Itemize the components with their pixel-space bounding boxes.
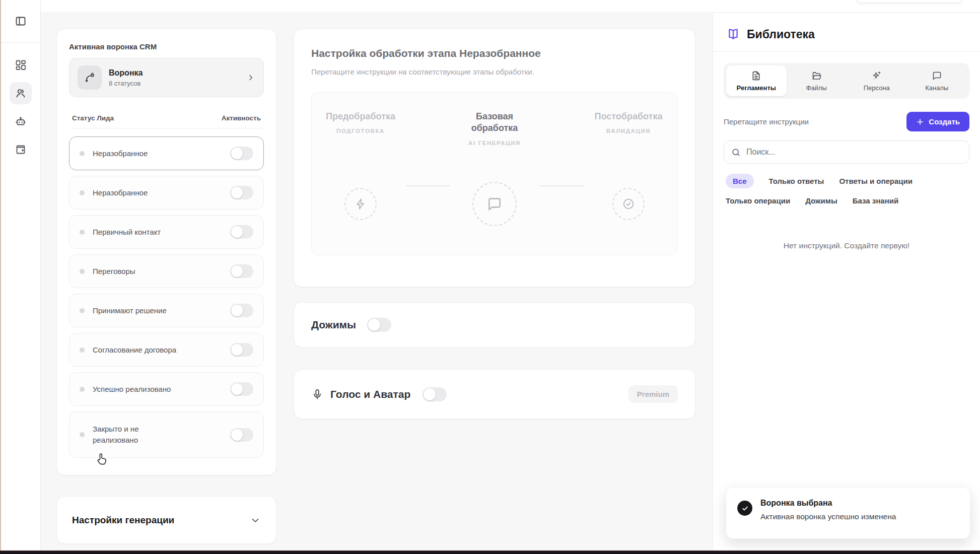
stage-dropzone[interactable] [344,188,377,220]
sidebar-item-bot[interactable] [10,110,32,132]
stage-title: Постобработка [595,111,663,122]
status-row-first-contact[interactable]: Первичный контакт [69,215,264,249]
users-icon [15,87,27,99]
library-actions-row: Перетащите инструкции Создать [724,112,969,131]
premium-badge: Premium [628,385,678,403]
active-funnel-panel: Активная воронка CRM Воронка 8 статусов … [56,29,276,475]
status-table-header: Статус Лида Активность [69,114,264,128]
search-icon [731,148,741,157]
status-row-negotiations[interactable]: Переговоры [69,254,264,288]
followups-card: Дожимы [294,302,695,348]
library-filters: Все Только ответы Ответы и операции Толь… [724,174,969,205]
stage-pipeline: Предобработка ПОДГОТОВКА Базовая обработ… [311,92,678,255]
tab-label: Каналы [925,84,948,92]
status-row-closed-lost[interactable]: Закрыто и не реализовано [69,411,264,458]
tab-reglaments[interactable]: Регламенты [726,65,787,96]
funnel-name: Воронка [109,68,143,78]
sidebar-item-contacts[interactable] [10,82,32,104]
stage-dropzone[interactable] [612,188,645,220]
library-header: Библиотека [713,13,980,52]
status-dot-icon [80,308,85,313]
stage-postprocessing: Постобработка ВАЛИДАЦИЯ [580,111,677,255]
funnel-selector[interactable]: Воронка 8 статусов [69,58,264,97]
toast-text: Воронка выбрана Активная воронка успешно… [760,499,896,527]
create-button[interactable]: Создать [906,112,969,131]
status-toggle[interactable] [230,304,253,317]
status-label: Переговоры [93,266,135,277]
status-row-unsorted-1[interactable]: Неразобранное [69,136,264,170]
check-icon [737,501,752,516]
status-row-contract-approval[interactable]: Согласование договора [69,333,264,367]
app-sidebar [1,0,41,550]
library-panel: Библиотека Регламенты Файлы Персона [713,13,980,550]
drag-hint-label: Перетащите инструкции [724,117,809,126]
status-row-deciding[interactable]: Принимают решение [69,294,264,327]
library-search[interactable] [724,141,969,164]
stage-preprocessing: Предобработка ПОДГОТОВКА [312,111,409,255]
status-dot-icon [80,151,85,156]
stage-editor-title: Настройка обработки этапа Неразобранное [311,47,678,59]
status-dot-icon [80,230,85,235]
sparkles-icon [871,71,882,81]
status-dot-icon [80,190,85,195]
library-tabs: Регламенты Файлы Персона Каналы [724,63,969,99]
filter-answers-operations[interactable]: Ответы и операции [839,177,913,185]
plus-icon [916,118,924,126]
voice-avatar-title: Голос и Аватар [330,388,410,400]
zap-icon [354,197,367,211]
generation-settings-card[interactable]: Настройки генерации [56,496,276,544]
stage-dropzone[interactable] [472,182,517,226]
chat-bubble-icon [486,195,503,213]
search-input[interactable] [746,148,962,157]
stage-editor-subtitle: Перетащите инструкции на соответствующие… [311,67,678,76]
filter-operations-only[interactable]: Только операции [726,196,790,205]
sidebar-collapse-button[interactable] [10,10,32,32]
status-label: Принимают решение [93,305,167,316]
status-label: Успешно реализовано [93,384,171,395]
bot-icon [15,115,27,127]
status-row-unsorted-2[interactable]: Неразобранное [69,176,264,210]
followups-toggle[interactable] [367,318,391,332]
create-button-label: Создать [929,117,960,126]
tab-label: Регламенты [737,84,776,92]
sidebar-item-dashboard[interactable] [10,54,32,76]
panel-left-icon [15,15,27,27]
tab-files[interactable]: Файлы [787,65,847,96]
status-toggle[interactable] [230,343,253,357]
book-open-icon [726,27,740,41]
status-row-won[interactable]: Успешно реализовано [69,372,264,406]
tab-channels[interactable]: Каналы [907,65,967,96]
stage-connector [406,185,450,186]
status-dot-icon [80,348,85,353]
filter-all[interactable]: Все [726,174,754,188]
mouse-cursor [95,452,109,466]
stage-tag: ПОДГОТОВКА [336,128,385,134]
status-dot-icon [80,269,85,274]
stage-connector [539,185,584,186]
active-funnel-label: Активная воронка CRM [69,42,264,51]
status-toggle[interactable] [230,382,253,396]
status-toggle[interactable] [230,428,253,442]
stage-title: Предобработка [326,111,395,122]
status-toggle[interactable] [230,147,253,160]
stage-base-processing: Базовая обработка AI ГЕНЕРАЦИЯ [446,111,543,255]
status-toggle[interactable] [230,264,253,278]
filter-followups[interactable]: Дожимы [805,196,837,205]
status-toggle[interactable] [230,186,253,199]
status-label: Неразобранное [93,148,148,159]
voice-avatar-toggle[interactable] [423,387,447,401]
dismissing-toast-remnant [856,0,963,3]
filter-knowledge-base[interactable]: База знаний [853,196,898,205]
tab-label: Персона [864,84,890,92]
followups-title: Дожимы [311,319,356,331]
status-toggle[interactable] [230,225,253,239]
screen-edge [0,0,1,554]
sidebar-item-wallet[interactable] [10,138,32,161]
top-bar [41,0,980,13]
tab-persona[interactable]: Персона [847,65,907,96]
filter-answers-only[interactable]: Только ответы [769,177,824,185]
generation-settings-title: Настройки генерации [72,515,174,526]
chevron-down-icon [250,515,261,526]
library-body: Регламенты Файлы Персона Каналы [713,52,980,261]
stage-editor-card: Настройка обработки этапа Неразобранное … [294,29,695,287]
